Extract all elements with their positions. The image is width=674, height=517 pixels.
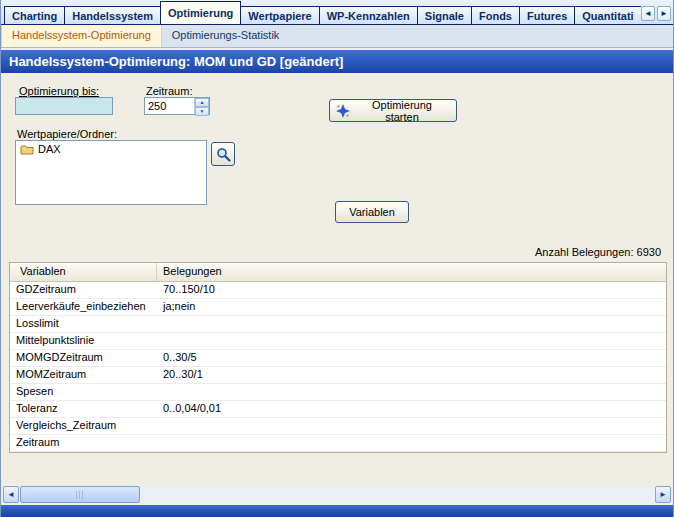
spin-down-button[interactable]: ▼ [195,107,209,116]
main-tab[interactable]: Optimierung [160,1,241,25]
table-row[interactable]: Spesen [10,384,666,401]
main-tab[interactable]: Charting [4,6,65,25]
list-item-label: DAX [38,143,61,155]
optimierung-starten-button[interactable]: Optimierung starten [329,99,457,122]
scrollbar-grip [76,491,85,499]
arrow-left-icon: ◄ [7,490,15,499]
cell-belegung [157,418,666,434]
cell-variable: MOMZeitraum [10,367,157,383]
scrollbar-thumb[interactable] [20,486,140,503]
variablen-button-label: Variablen [349,206,395,218]
wertpapiere-ordner-label: Wertpapiere/Ordner: [17,128,117,140]
cell-belegung [157,384,666,400]
scrollbar-left-button[interactable]: ◄ [3,486,19,503]
cell-belegung: 0..0,04/0,01 [157,401,666,417]
sub-tab[interactable]: Handelssystem-Optimierung [1,25,162,47]
cell-belegung: 0..30/5 [157,350,666,366]
table-row[interactable]: Toleranz 0..0,04/0,01 [10,401,666,418]
table-row[interactable]: Vergleichs_Zeitraum [10,418,666,435]
main-tab-bar: Charting Handelssystem Optimierung Wertp… [1,0,673,25]
optimierung-starten-label: Optimierung starten [354,99,450,123]
cell-belegung [157,435,666,451]
sub-tab-bar: Handelssystem-Optimierung Optimierungs-S… [1,25,673,48]
cell-belegung: 20..30/1 [157,367,666,383]
table-row[interactable]: GDZeitraum 70..150/10 [10,282,666,299]
tab-scroll-left-button[interactable]: ◄ [641,6,655,21]
cell-variable: Mittelpunktslinie [10,333,157,349]
table-row[interactable]: MOMZeitraum 20..30/1 [10,367,666,384]
sub-tab[interactable]: Optimierungs-Statistik [162,25,290,47]
list-item[interactable]: DAX [16,141,206,157]
cell-variable: Zeitraum [10,435,157,451]
zeitraum-label: Zeitraum: [146,85,192,97]
variablen-button[interactable]: Variablen [335,201,409,223]
arrow-right-icon: ► [660,9,668,18]
cell-belegung [157,316,666,332]
search-icon [216,147,231,162]
main-tab[interactable]: Handelssystem [64,6,161,25]
main-tab[interactable]: Fonds [471,6,520,25]
main-tab[interactable]: Wertpapiere [240,6,319,25]
spin-up-button[interactable]: ▲ [195,98,209,107]
tab-scroll-right-button[interactable]: ► [657,6,671,21]
table-row[interactable]: Mittelpunktslinie [10,333,666,350]
app-window: Charting Handelssystem Optimierung Wertp… [0,0,674,517]
variables-table: Variablen Belegungen GDZeitraum 70..150/… [9,262,667,453]
cell-belegung: ja;nein [157,299,666,315]
cell-variable: Spesen [10,384,157,400]
spinner-buttons: ▲ ▼ [194,98,209,114]
table-body: GDZeitraum 70..150/10 Leerverkäufe_einbe… [10,282,666,452]
optimize-sparkle-icon [336,104,350,118]
table-row[interactable]: Leerverkäufe_einbeziehen ja;nein [10,299,666,316]
cell-variable: Vergleichs_Zeitraum [10,418,157,434]
spin-up-icon: ▲ [200,99,205,105]
bottom-status-strip [1,505,673,517]
table-header: Variablen Belegungen [10,263,666,282]
column-header-belegungen[interactable]: Belegungen [157,263,666,281]
optimierung-bis-input[interactable] [15,97,113,115]
cell-belegung [157,333,666,349]
cell-variable: GDZeitraum [10,282,157,298]
main-tab[interactable]: Signale [417,6,472,25]
scrollbar-right-button[interactable]: ► [655,486,671,503]
cell-belegung: 70..150/10 [157,282,666,298]
table-row[interactable]: Zeitraum [10,435,666,452]
optimierung-bis-label: Optimierung bis: [19,85,99,97]
cell-variable: Losslimit [10,316,157,332]
cell-variable: MOMGDZeitraum [10,350,157,366]
cell-variable: Toleranz [10,401,157,417]
main-tab[interactable]: Futures [519,6,575,25]
zeitraum-spinner: ▲ ▼ [144,97,210,115]
cell-variable: Leerverkäufe_einbeziehen [10,299,157,315]
folder-icon [20,144,34,155]
page-title: Handelssystem-Optimierung: MOM und GD [g… [1,50,673,74]
table-row[interactable]: MOMGDZeitraum 0..30/5 [10,350,666,367]
table-row[interactable]: Losslimit [10,316,666,333]
spin-down-icon: ▼ [200,108,205,114]
main-tab[interactable]: Quantitati [574,6,640,25]
main-tabs: Charting Handelssystem Optimierung Wertp… [4,1,641,25]
arrow-left-icon: ◄ [644,9,652,18]
zeitraum-input[interactable] [145,98,194,114]
main-tab[interactable]: WP-Kennzahlen [319,6,418,25]
content-area: Optimierung bis: Zeitraum: ▲ ▼ Optimieru… [1,73,673,486]
column-header-variablen[interactable]: Variablen [10,263,157,281]
horizontal-scrollbar[interactable]: ◄ ► [3,486,671,503]
wertpapiere-listbox[interactable]: DAX [15,140,207,205]
arrow-right-icon: ► [659,490,667,499]
anzahl-belegungen-text: Anzahl Belegungen: 6930 [535,246,661,258]
tab-scroll-buttons: ◄ ► [641,6,671,21]
search-button[interactable] [211,142,235,166]
